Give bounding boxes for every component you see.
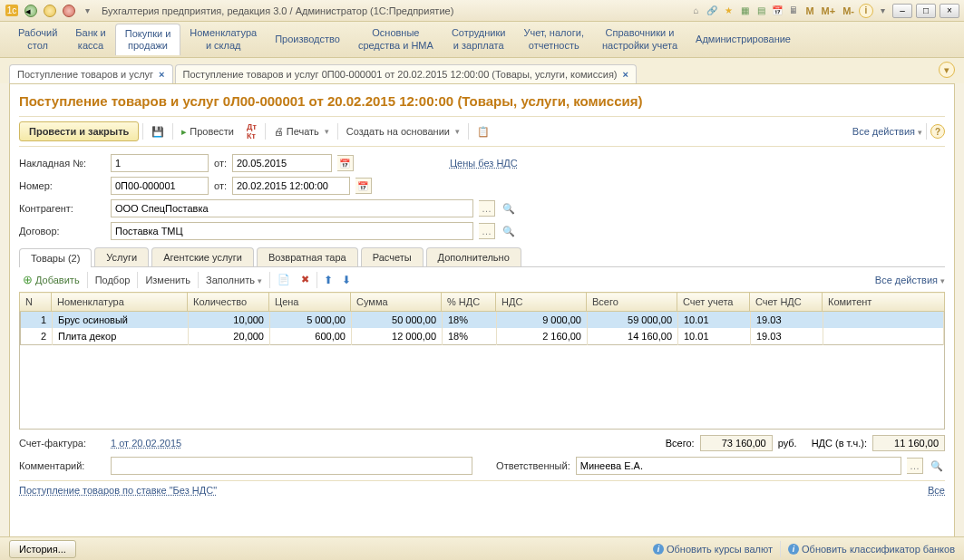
tab-calc[interactable]: Расчеты [361, 247, 424, 266]
move-up-icon[interactable]: ⬆ [321, 274, 336, 286]
edit-button[interactable]: Изменить [141, 273, 194, 287]
tab-close-icon[interactable]: × [623, 69, 628, 80]
history-button[interactable]: История... [9, 540, 76, 558]
tab-returnable[interactable]: Возвратная тара [257, 247, 358, 266]
help-icon[interactable]: ? [930, 124, 945, 139]
th-vat[interactable]: НДС [496, 293, 587, 312]
th-sum[interactable]: Сумма [351, 293, 442, 312]
counterparty-input[interactable] [111, 199, 473, 217]
tab-list[interactable]: Поступление товаров и услуг × [9, 64, 173, 83]
tab-agent[interactable]: Агентские услуги [151, 247, 254, 266]
select-icon[interactable]: … [907, 458, 923, 474]
tab-additional[interactable]: Дополнительно [426, 247, 521, 266]
bottom-rate-link[interactable]: Поступление товаров по ставке "Без НДС" [19, 485, 217, 496]
menu-bank[interactable]: Банк и касса [66, 24, 114, 54]
list-icon[interactable]: ▤ [754, 4, 768, 18]
th-n[interactable]: N [20, 293, 52, 312]
menu-staff[interactable]: Сотрудники и зарплата [443, 24, 515, 54]
fill-button[interactable]: Заполнить [202, 273, 266, 287]
report-icon[interactable]: 📋 [472, 123, 494, 140]
th-qty[interactable]: Количество [188, 293, 269, 312]
star-icon[interactable]: ★ [721, 4, 735, 18]
contract-input[interactable] [111, 222, 473, 240]
dropdown2-icon[interactable]: ▾ [875, 4, 890, 18]
menu-purchases[interactable]: Покупки и продажи [115, 24, 181, 55]
m-button[interactable]: M [803, 5, 816, 16]
th-vatacc[interactable]: Счет НДС [750, 293, 823, 312]
menu-production[interactable]: Производство [266, 30, 349, 49]
nav-fwd-icon[interactable] [42, 3, 58, 19]
update-rates-link[interactable]: iОбновить курсы валют [653, 544, 773, 555]
invoice-fact-link[interactable]: 1 от 20.02.2015 [111, 438, 181, 449]
select-icon[interactable]: … [479, 200, 495, 217]
tab-goods[interactable]: Товары (2) [19, 248, 92, 267]
table-row[interactable]: 2 Плита декор 20,000 600,00 12 000,00 18… [21, 328, 944, 345]
invoice-num-input[interactable] [111, 154, 209, 172]
app-logo-icon: 1c [4, 3, 20, 19]
dt-kt-icon[interactable]: ДтКт [242, 120, 261, 143]
counterparty-label: Контрагент: [19, 203, 105, 214]
comment-input[interactable] [111, 457, 472, 475]
nav-stop-icon[interactable] [61, 3, 77, 19]
tab-services[interactable]: Услуги [94, 247, 149, 266]
search-icon[interactable]: 🔍 [929, 458, 945, 474]
add-button[interactable]: Добавить [19, 271, 83, 288]
all-actions-button[interactable]: Все действия [852, 126, 922, 137]
tab-close-icon[interactable]: × [159, 69, 164, 80]
menu-nomenclature[interactable]: Номенклатура и склад [180, 24, 266, 54]
post-button[interactable]: ▸Провести [177, 123, 239, 140]
nav-back-icon[interactable]: ◂ [23, 3, 39, 19]
prices-link[interactable]: Цены без НДС [450, 158, 518, 169]
create-based-button[interactable]: Создать на основании [342, 123, 464, 140]
copy-icon[interactable]: 📄 [274, 272, 294, 287]
th-total[interactable]: Всего [587, 293, 677, 312]
th-price[interactable]: Цена [269, 293, 351, 312]
goods-table: N Номенклатура Количество Цена Сумма % Н… [19, 292, 945, 312]
pick-button[interactable]: Подбор [92, 273, 134, 287]
tabs-dropdown-button[interactable]: ▾ [939, 62, 955, 78]
tab-document[interactable]: Поступление товаров и услуг 0П00-000001 … [175, 64, 637, 83]
table-row[interactable]: 1 Брус осиновый 10,000 5 000,00 50 000,0… [21, 312, 944, 328]
update-banks-link[interactable]: iОбновить классификатор банков [788, 544, 955, 555]
invoice-date-input[interactable] [232, 154, 332, 172]
home-icon[interactable]: ⌂ [688, 4, 703, 18]
calendar-icon[interactable]: 📅 [770, 4, 784, 18]
m-plus-button[interactable]: M+ [819, 5, 839, 16]
post-close-button[interactable]: Провести и закрыть [19, 121, 139, 141]
dropdown-icon[interactable]: ▾ [80, 4, 94, 18]
search-icon[interactable]: 🔍 [501, 223, 517, 239]
print-button[interactable]: 🖨 Печать [269, 123, 334, 140]
search-icon[interactable]: 🔍 [501, 200, 517, 217]
calc-icon[interactable]: 🖩 [786, 4, 801, 18]
menu-taxes[interactable]: Учет, налоги, отчетность [514, 24, 592, 54]
m-minus-button[interactable]: M- [840, 5, 857, 16]
responsible-input[interactable] [576, 457, 901, 475]
minimize-button[interactable]: – [892, 4, 912, 18]
calendar-icon[interactable]: 📅 [355, 178, 372, 194]
main-menu: Рабочий стол Банк и касса Покупки и прод… [0, 22, 964, 58]
link-icon[interactable]: 🔗 [705, 4, 719, 18]
grid-icon[interactable]: ▦ [737, 4, 752, 18]
menu-assets[interactable]: Основные средства и НМА [349, 24, 443, 54]
th-nom[interactable]: Номенклатура [52, 293, 188, 312]
th-vatrate[interactable]: % НДС [442, 293, 496, 312]
calendar-icon[interactable]: 📅 [337, 155, 354, 171]
th-committent[interactable]: Комитент [823, 293, 945, 312]
all-link[interactable]: Все [928, 485, 945, 496]
move-down-icon[interactable]: ⬇ [339, 274, 354, 286]
close-button[interactable]: × [940, 4, 959, 18]
save-icon[interactable]: 💾 [147, 123, 169, 140]
select-icon[interactable]: … [479, 223, 495, 239]
contract-label: Договор: [19, 226, 105, 237]
number-input[interactable] [111, 177, 209, 195]
menu-refs[interactable]: Справочники и настройки учета [593, 24, 686, 54]
delete-icon[interactable]: ✖ [297, 272, 313, 287]
datetime-input[interactable] [232, 177, 350, 195]
th-acc[interactable]: Счет учета [677, 293, 750, 312]
info-icon[interactable]: i [859, 4, 873, 18]
table-all-actions[interactable]: Все действия [875, 275, 945, 285]
menu-admin[interactable]: Администрирование [686, 30, 800, 49]
maximize-button[interactable]: □ [916, 4, 936, 18]
menu-desktop[interactable]: Рабочий стол [9, 24, 66, 54]
document-toolbar: Провести и закрыть 💾 ▸Провести ДтКт 🖨 Пе… [19, 116, 945, 147]
